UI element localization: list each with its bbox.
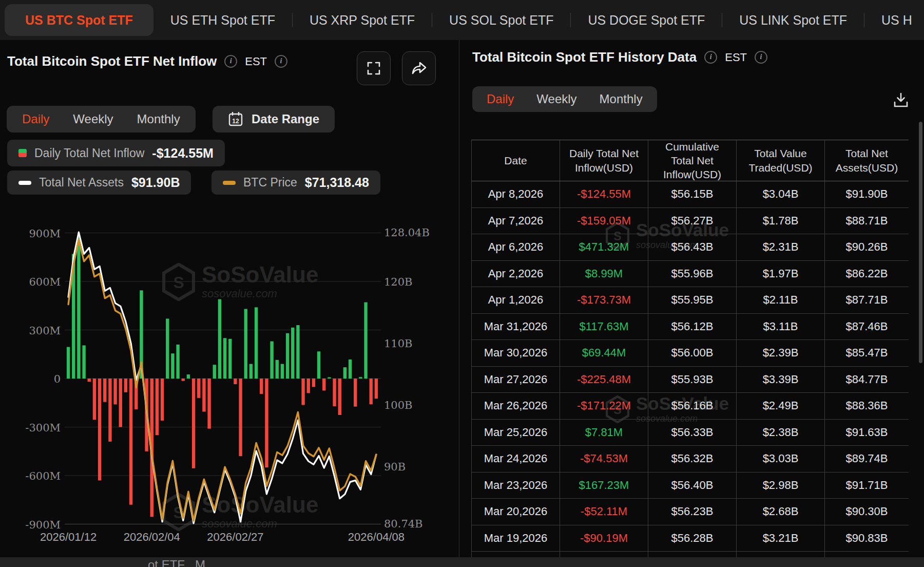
cumulative-inflow-cell: $56.33B (648, 420, 737, 446)
period-option-monthly[interactable]: Monthly (600, 92, 643, 106)
table-body: Apr 8,2026-$124.55M$56.15B$3.04B$91.90BA… (471, 181, 909, 557)
y-axis-left-label: 300M (29, 325, 61, 337)
y-axis-left-label: 0 (54, 373, 61, 385)
y-axis-left-label: 900M (29, 228, 61, 240)
inflow-bar (207, 379, 210, 429)
net-assets-cell: $87.46B (825, 314, 909, 340)
share-button[interactable] (402, 51, 436, 85)
legend-btc-price[interactable]: BTC Price $71,318.48 (211, 171, 380, 195)
date-cell: Mar 27,2026 (472, 367, 560, 393)
period-selector: DailyWeeklyMonthly (472, 86, 657, 112)
inflow-bar (145, 379, 148, 451)
panel-divider (459, 40, 459, 557)
inflow-bar (182, 379, 185, 381)
daily-inflow-cell: $8.99M (560, 261, 648, 287)
inflow-bar (291, 328, 294, 379)
inflow-bar (134, 379, 138, 409)
net-assets-cell: $90.83B (825, 525, 909, 552)
period-selector: DailyWeeklyMonthly (7, 106, 196, 133)
date-cell: Apr 7,2026 (472, 208, 560, 234)
date-range-label: Date Range (252, 112, 319, 126)
info-icon[interactable]: i (275, 55, 287, 68)
inflow-bar (260, 379, 263, 394)
inflow-bar (72, 254, 75, 379)
date-range-button[interactable]: 12 Date Range (213, 106, 335, 133)
value-traded-cell: $1.78B (737, 208, 825, 234)
asset-tab-us-eth-spot-etf[interactable]: US ETH Spot ETF (170, 13, 275, 28)
legend-total-net-assets[interactable]: Total Net Assets $91.90B (7, 171, 191, 195)
x-axis-label: 2026/02/04 (124, 531, 180, 543)
table-row: Apr 7,2026-$159.05M$56.27B$1.78B$88.71B (471, 208, 909, 235)
date-cell: Apr 8,2026 (472, 181, 560, 207)
value-traded-cell: $3.21B (737, 525, 825, 552)
daily-inflow-cell: -$225.48M (560, 367, 648, 393)
daily-inflow-cell: -$74.53M (560, 446, 648, 472)
date-cell: Mar 23,2026 (472, 472, 560, 499)
legend-daily-net-inflow[interactable]: Daily Total Net Inflow -$124.55M (7, 140, 225, 166)
cumulative-inflow-cell: $55.93B (648, 367, 737, 393)
inflow-bar (156, 379, 159, 435)
timezone-label: EST (725, 51, 747, 64)
cumulative-inflow-cell: $56.28B (648, 525, 737, 552)
download-button[interactable] (889, 88, 913, 112)
info-icon[interactable]: i (704, 51, 717, 64)
period-option-daily[interactable]: Daily (487, 92, 514, 106)
inflow-bar (140, 290, 143, 379)
right-panel-header: Total Bitcoin Spot ETF History Data i ES… (472, 49, 767, 65)
cumulative-inflow-cell: $56.23B (648, 499, 737, 525)
table-scrollbar[interactable] (919, 122, 922, 363)
daily-inflow-cell: -$52.11M (560, 499, 648, 525)
period-option-weekly[interactable]: Weekly (73, 112, 113, 126)
inflow-bar (375, 379, 378, 399)
legend-value: $71,318.48 (305, 175, 369, 190)
value-traded-cell: $3.11B (737, 314, 825, 340)
asset-tab-us-h[interactable]: US H (881, 13, 912, 28)
date-cell: Apr 1,2026 (472, 287, 560, 313)
inflow-bar (244, 309, 247, 379)
date-cell: Mar 31,2026 (472, 314, 560, 340)
period-option-daily[interactable]: Daily (22, 112, 49, 126)
daily-inflow-cell: $117.63M (560, 314, 648, 340)
sosovalue-logo-icon: S (162, 263, 195, 301)
asset-tab-us-btc-spot-etf[interactable]: US BTC Spot ETF (5, 4, 153, 36)
asset-tab-us-doge-spot-etf[interactable]: US DOGE Spot ETF (588, 13, 705, 28)
watermark-domain: sosovalue.com (202, 287, 318, 300)
asset-tab-us-sol-spot-etf[interactable]: US SOL Spot ETF (449, 13, 553, 28)
date-cell: Mar 20,2026 (472, 499, 560, 525)
inflow-bar (161, 379, 164, 421)
daily-inflow-cell: $167.23M (560, 472, 648, 499)
table-row: Mar 31,2026$117.63M$56.12B$3.11B$87.46B (471, 314, 909, 341)
inflow-bar (359, 377, 362, 379)
assets-line-legend-icon (18, 181, 31, 185)
table-row: Mar 30,2026$69.44M$56.00B$2.39B$85.47B (471, 340, 909, 367)
legend-value: -$124.55M (152, 146, 214, 161)
share-icon (411, 61, 427, 76)
chart-title: Total Bitcoin Spot ETF Net Inflow (7, 53, 217, 69)
cumulative-inflow-cell: $56.32B (648, 446, 737, 472)
svg-text:S: S (173, 273, 184, 292)
info-icon[interactable]: i (224, 55, 237, 68)
daily-inflow-cell: -$173.73M (560, 287, 648, 313)
value-traded-cell: $2.11B (737, 287, 825, 313)
y-axis-right-label: 128.04B (384, 226, 430, 239)
bottom-strip: ot ETF M (0, 557, 924, 567)
y-axis-right-label: 120B (384, 276, 413, 288)
calendar-icon: 12 (228, 111, 243, 127)
asset-tab-us-link-spot-etf[interactable]: US LINK Spot ETF (739, 13, 847, 28)
info-icon[interactable]: i (755, 51, 767, 64)
y-axis-left-label: -900M (25, 519, 61, 531)
period-option-weekly[interactable]: Weekly (536, 92, 576, 106)
inflow-bar (213, 365, 216, 379)
fullscreen-button[interactable] (357, 51, 391, 85)
inflow-bar (343, 367, 346, 379)
asset-tab-us-xrp-spot-etf[interactable]: US XRP Spot ETF (310, 13, 415, 28)
table-header-row: DateDaily Total Net Inflow(USD)Cumulativ… (471, 140, 909, 181)
inflow-bar (192, 379, 195, 468)
bottom-strip-text: ot ETF M (148, 558, 205, 567)
tab-separator (432, 13, 432, 27)
inflow-bar (354, 379, 357, 407)
cumulative-inflow-cell: $56.43B (648, 234, 737, 260)
daily-inflow-cell: -$124.55M (560, 181, 648, 207)
value-traded-cell: $1.97B (737, 261, 825, 287)
period-option-monthly[interactable]: Monthly (137, 112, 180, 126)
